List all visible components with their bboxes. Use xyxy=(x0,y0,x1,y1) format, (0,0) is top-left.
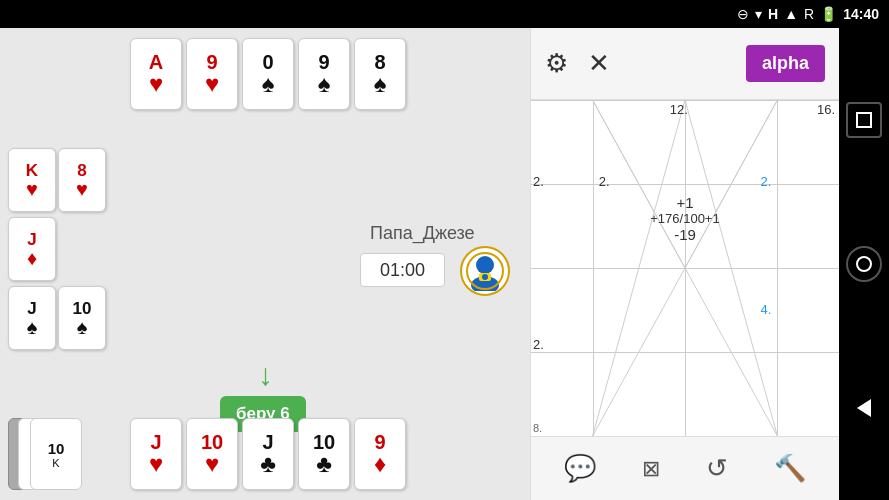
svg-point-12 xyxy=(857,257,871,271)
r-icon: R xyxy=(804,6,814,22)
card-9-hearts[interactable]: 9 ♥ xyxy=(186,38,238,110)
score-middle-blue-1: 2. xyxy=(760,174,771,189)
score-bottom-left-1: 2. xyxy=(533,337,544,352)
diagonal-lines xyxy=(531,100,839,436)
wifi-icon: ▾ xyxy=(755,6,762,22)
card-8-hearts[interactable]: 8 ♥ xyxy=(58,148,106,212)
status-time: 14:40 xyxy=(843,6,879,22)
score-plus1: +1 xyxy=(623,194,746,211)
alpha-button[interactable]: alpha xyxy=(746,45,825,82)
refresh-icon[interactable]: ↺ xyxy=(706,453,728,484)
signal-icon: ▲ xyxy=(784,6,798,22)
card-8-spades[interactable]: 8 ♠ xyxy=(354,38,406,110)
score-middle-left-2: 2. xyxy=(599,174,610,189)
battery-icon: 🔋 xyxy=(820,6,837,22)
svg-line-8 xyxy=(593,100,685,436)
gavel-icon[interactable]: 🔨 xyxy=(774,453,806,484)
back-nav-button[interactable] xyxy=(846,390,882,426)
score-middle-left-1: 2. xyxy=(533,174,544,189)
score-center-group: +1 +176/100+1 -19 xyxy=(623,194,746,243)
score-minus19: -19 xyxy=(623,226,746,243)
card-10-spades[interactable]: 10 ♠ xyxy=(58,286,106,350)
grid-toggle-icon[interactable]: ⊠ xyxy=(642,456,660,482)
card-J-spades[interactable]: J ♠ xyxy=(8,286,56,350)
avatar-icon xyxy=(465,251,505,291)
svg-marker-13 xyxy=(857,399,871,417)
player-name: Папа_Джезе xyxy=(370,223,475,244)
score-formula: +176/100+1 xyxy=(623,211,746,226)
score-table: 12. 16. 2. 2. 2. 4. +1 +176/100+1 -19 2.… xyxy=(531,100,839,436)
card-K-hearts[interactable]: K ♥ xyxy=(8,148,56,212)
score-middle-blue-2: 4. xyxy=(760,302,771,317)
square-nav-button[interactable] xyxy=(846,102,882,138)
minus-circle-icon: ⊖ xyxy=(737,6,749,22)
svg-point-0 xyxy=(476,256,494,274)
circle-nav-button[interactable] xyxy=(846,246,882,282)
avatar xyxy=(460,246,510,296)
card-9-spades[interactable]: 9 ♠ xyxy=(298,38,350,110)
card-9-diamonds[interactable]: 9 ♦ xyxy=(354,418,406,490)
bottom-toolbar: 💬 ⊠ ↺ 🔨 xyxy=(531,436,839,500)
score-top-center: 12. xyxy=(670,102,688,117)
svg-line-9 xyxy=(685,100,777,436)
close-icon[interactable]: ✕ xyxy=(588,48,610,79)
game-area: A ♥ 9 ♥ 0 ♠ 9 ♠ 8 ♠ K ♥ 8 ♥ xyxy=(0,28,530,500)
settings-icon[interactable]: ⚙ xyxy=(545,48,568,79)
top-cards: A ♥ 9 ♥ 0 ♠ 9 ♠ 8 ♠ xyxy=(130,38,406,110)
status-bar: ⊖ ▾ H ▲ R 🔋 14:40 xyxy=(0,0,889,28)
card-J-diamonds[interactable]: J ♦ xyxy=(8,217,56,281)
stack-cards: 7 10 K xyxy=(8,418,88,490)
chat-icon[interactable]: 💬 xyxy=(564,453,596,484)
card-0-spades[interactable]: 0 ♠ xyxy=(242,38,294,110)
h-signal-icon: H xyxy=(768,6,778,22)
score-bottom-left-2: 8. xyxy=(533,422,542,434)
left-cards: K ♥ 8 ♥ J ♦ J ♠ 10 ♠ xyxy=(8,148,106,350)
toolbar: ⚙ ✕ alpha xyxy=(531,28,839,100)
card-A-hearts[interactable]: A ♥ xyxy=(130,38,182,110)
card-10-hearts[interactable]: 10 ♥ xyxy=(186,418,238,490)
timer: 01:00 xyxy=(360,253,445,287)
svg-point-4 xyxy=(482,274,488,280)
card-J-clubs[interactable]: J ♣ xyxy=(242,418,294,490)
down-arrow-icon: ↓ xyxy=(258,358,273,392)
score-top-right: 16. xyxy=(817,102,835,117)
right-panel: ⚙ ✕ alpha xyxy=(530,28,839,500)
card-J-hearts[interactable]: J ♥ xyxy=(130,418,182,490)
bottom-cards: J ♥ 10 ♥ J ♣ 10 ♣ 9 ♦ xyxy=(130,418,406,490)
side-nav xyxy=(839,28,889,500)
svg-rect-11 xyxy=(857,113,871,127)
card-10-clubs[interactable]: 10 ♣ xyxy=(298,418,350,490)
